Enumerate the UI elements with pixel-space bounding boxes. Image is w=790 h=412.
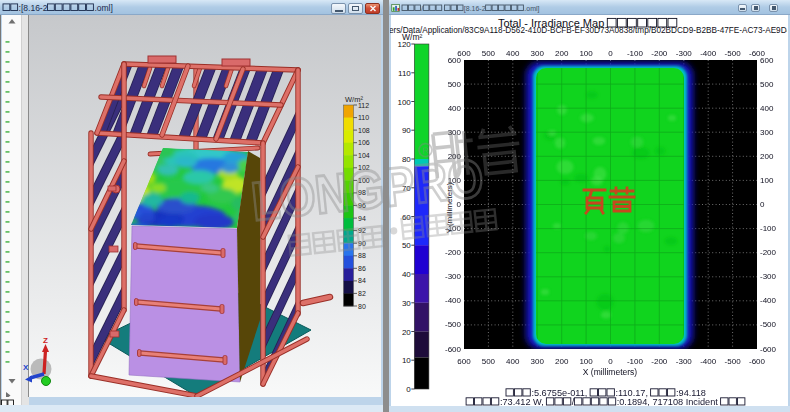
svg-text:106: 106 xyxy=(358,139,370,146)
svg-text:100: 100 xyxy=(579,357,593,366)
svg-text:110: 110 xyxy=(398,69,411,78)
svg-text:92: 92 xyxy=(358,227,366,234)
svg-text:70: 70 xyxy=(402,184,411,193)
svg-text:50: 50 xyxy=(402,241,411,250)
svg-text:500: 500 xyxy=(448,80,462,89)
svg-text:ers/Data/Application/83C9A118-: ers/Data/Application/83C9A118-D562-410D-… xyxy=(390,26,787,35)
svg-text:-400: -400 xyxy=(445,296,462,305)
svg-text:200: 200 xyxy=(555,49,569,58)
svg-text:-100: -100 xyxy=(445,224,462,233)
svg-text:80: 80 xyxy=(358,303,366,310)
svg-text:-100: -100 xyxy=(627,49,644,58)
svg-text:100: 100 xyxy=(760,176,774,185)
svg-text:90: 90 xyxy=(358,240,366,247)
svg-text:300: 300 xyxy=(448,128,462,137)
svg-text:Z: Z xyxy=(43,336,48,345)
svg-text:84: 84 xyxy=(358,277,366,284)
svg-text:0: 0 xyxy=(760,200,765,209)
svg-text:X: X xyxy=(23,363,29,372)
svg-text:30: 30 xyxy=(402,299,411,308)
svg-text:600: 600 xyxy=(448,56,462,65)
svg-text:110: 110 xyxy=(358,114,369,121)
svg-text:82: 82 xyxy=(358,290,366,297)
svg-text:86: 86 xyxy=(358,265,366,272)
svg-text:-600: -600 xyxy=(760,345,777,354)
svg-text:-200: -200 xyxy=(651,357,668,366)
svg-text:-500: -500 xyxy=(725,49,742,58)
svg-text:400: 400 xyxy=(760,104,774,113)
svg-text:80: 80 xyxy=(402,155,411,164)
svg-text:500: 500 xyxy=(760,80,774,89)
svg-text:112: 112 xyxy=(358,102,369,109)
svg-text:120: 120 xyxy=(397,40,411,49)
svg-text:-500: -500 xyxy=(445,320,462,329)
svg-text:300: 300 xyxy=(760,128,774,137)
svg-text:200: 200 xyxy=(760,152,774,161)
svg-text:0: 0 xyxy=(406,385,411,394)
svg-text:10: 10 xyxy=(402,356,411,365)
svg-text:-400: -400 xyxy=(700,49,717,58)
svg-text:-300: -300 xyxy=(676,357,693,366)
svg-text:-200: -200 xyxy=(445,248,462,257)
svg-text:100: 100 xyxy=(448,176,462,185)
svg-text:-300: -300 xyxy=(445,272,462,281)
svg-text:500: 500 xyxy=(482,49,496,58)
svg-text:300: 300 xyxy=(531,49,545,58)
svg-text:94: 94 xyxy=(358,215,366,222)
svg-text:108: 108 xyxy=(358,127,370,134)
svg-text:-300: -300 xyxy=(760,272,777,281)
svg-text:0: 0 xyxy=(457,200,462,209)
svg-text:X (millimeters): X (millimeters) xyxy=(583,367,637,377)
svg-text:0: 0 xyxy=(608,49,613,58)
svg-text:100: 100 xyxy=(397,98,411,107)
svg-text:-400: -400 xyxy=(700,357,717,366)
svg-text:60: 60 xyxy=(402,213,411,222)
svg-text:.oml]: .oml] xyxy=(524,5,539,13)
svg-text::0.1894, 717108 Incident: :0.1894, 717108 Incident xyxy=(617,397,719,406)
svg-text:88: 88 xyxy=(358,252,366,259)
svg-text:98: 98 xyxy=(358,189,366,196)
svg-text:-600: -600 xyxy=(749,357,766,366)
svg-text:-200: -200 xyxy=(760,248,777,257)
svg-text:200: 200 xyxy=(555,357,569,366)
svg-text:-400: -400 xyxy=(760,296,777,305)
svg-text:[8.16-2: [8.16-2 xyxy=(464,5,486,13)
svg-text:600: 600 xyxy=(457,357,471,366)
svg-text:20: 20 xyxy=(402,328,411,337)
svg-text:300: 300 xyxy=(531,357,545,366)
svg-text::73.412 W,: :73.412 W, xyxy=(500,397,544,406)
svg-text:400: 400 xyxy=(448,104,462,113)
svg-text:-100: -100 xyxy=(627,357,644,366)
svg-text:400: 400 xyxy=(506,49,520,58)
svg-text:90: 90 xyxy=(402,126,411,135)
svg-text:400: 400 xyxy=(506,357,520,366)
svg-text:40: 40 xyxy=(402,270,411,279)
svg-text:600: 600 xyxy=(760,56,774,65)
svg-text:-100: -100 xyxy=(760,224,777,233)
svg-text:96: 96 xyxy=(358,202,366,209)
svg-text:100: 100 xyxy=(579,49,593,58)
svg-text:500: 500 xyxy=(482,357,496,366)
svg-text:-200: -200 xyxy=(651,49,668,58)
svg-text:-300: -300 xyxy=(676,49,693,58)
svg-text:0: 0 xyxy=(608,357,613,366)
svg-text:200: 200 xyxy=(448,152,462,161)
svg-text:100: 100 xyxy=(358,177,370,184)
svg-text:-600: -600 xyxy=(445,345,462,354)
svg-text:-500: -500 xyxy=(760,320,777,329)
svg-text:-500: -500 xyxy=(725,357,742,366)
svg-text:102: 102 xyxy=(358,164,370,171)
svg-text:104: 104 xyxy=(358,152,370,159)
